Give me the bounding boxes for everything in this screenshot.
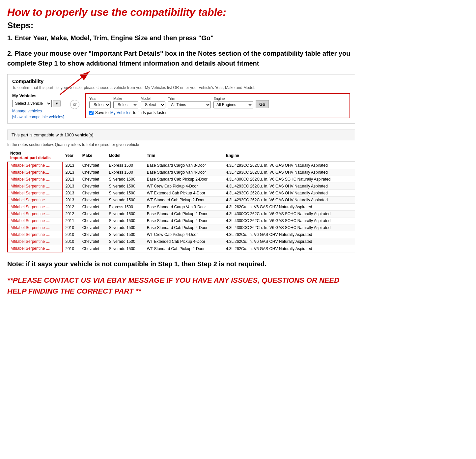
trim-cell: Base Standard Cargo Van 3-Door [144, 162, 223, 169]
year-cell: 2013 [62, 162, 79, 169]
engine-cell: 4.3L 4300CC 262Cu. In. V6 GAS SOHC Natur… [223, 176, 355, 183]
table-row: Mfrlabel:Serpentine ....2010ChevroletSil… [8, 231, 355, 238]
engine-cell: 4.3L 4293CC 262Cu. In. V6 GAS OHV Natura… [223, 190, 355, 197]
engine-select[interactable]: All Engines [213, 101, 253, 108]
table-row: Mfrlabel:Serpentine ....2013ChevroletSil… [8, 197, 355, 204]
my-vehicles-link[interactable]: My Vehicles [110, 110, 131, 115]
model-cell: Silverado 1500 [106, 183, 144, 190]
col-header-notes: Notes Important part details [8, 150, 62, 162]
make-cell: Chevrolet [80, 245, 106, 252]
make-cell: Chevrolet [80, 162, 106, 169]
step1-text: 1. Enter Year, Make, Model, Trim, Engine… [7, 33, 355, 43]
engine-cell: 4.3L 4293CC 262Cu. In. V6 GAS OHV Natura… [223, 197, 355, 204]
year-cell: 2011 [62, 217, 79, 224]
year-field: Year -Select- [89, 97, 111, 108]
engine-cell: 4.3L 4293CC 262Cu. In. V6 GAS OHV Natura… [223, 183, 355, 190]
table-row: Mfrlabel:Serpentine ....2013ChevroletExp… [8, 162, 355, 169]
engine-field: Engine All Engines [213, 97, 253, 108]
select-vehicle-dropdown[interactable]: Select a vehicle [12, 100, 52, 107]
save-vehicles-checkbox[interactable] [89, 111, 94, 115]
compat-note: In the notes section below, Quantity ref… [7, 142, 355, 147]
trim-cell: WT Standard Cab Pickup 2-Door [144, 197, 223, 204]
trim-cell: WT Extended Cab Pickup 4-Door [144, 190, 223, 197]
notes-cell: Mfrlabel:Serpentine .... [8, 245, 62, 252]
engine-label: Engine [213, 97, 253, 100]
model-cell: Silverado 1500 [106, 238, 144, 245]
model-cell: Silverado 1500 [106, 176, 144, 183]
make-cell: Chevrolet [80, 176, 106, 183]
trim-cell: WT Crew Cab Pickup 4-Door [144, 231, 223, 238]
model-cell: Express 1500 [106, 162, 144, 169]
year-cell: 2012 [62, 204, 79, 211]
notes-cell: Mfrlabel:Serpentine .... [8, 231, 62, 238]
trim-cell: Base Standard Cab Pickup 2-Door [144, 211, 223, 217]
col-header-trim: Trim [144, 150, 223, 162]
engine-cell: 4.3L 4300CC 262Cu. In. V6 GAS SOHC Natur… [223, 224, 355, 231]
model-cell: Silverado 1500 [106, 217, 144, 224]
model-cell: Silverado 1500 [106, 211, 144, 217]
trim-cell: WT Extended Cab Pickup 4-Door [144, 238, 223, 245]
step2-text: 2. Place your mouse over "Important Part… [7, 48, 355, 68]
notes-cell: Mfrlabel:Serpentine .... [8, 197, 62, 204]
table-row: Mfrlabel:Serpentine ....2010ChevroletSil… [8, 245, 355, 252]
year-cell: 2010 [62, 231, 79, 238]
year-select[interactable]: -Select- [89, 101, 111, 108]
col-notes-label: Notes [10, 151, 60, 156]
table-row: Mfrlabel:Serpentine ....2010ChevroletSil… [8, 224, 355, 231]
go-button[interactable]: Go [256, 100, 269, 108]
or-separator: or [70, 100, 79, 109]
model-cell: Express 1500 [106, 204, 144, 211]
make-cell: Chevrolet [80, 211, 106, 217]
trim-cell: Base Standard Cab Pickup 2-Door [144, 224, 223, 231]
model-label: Model [141, 97, 165, 100]
model-cell: Silverado 1500 [106, 231, 144, 238]
make-cell: Chevrolet [80, 217, 106, 224]
make-select[interactable]: -Select- [113, 101, 138, 108]
notes-cell: Mfrlabel:Serpentine .... [8, 217, 62, 224]
notes-cell: Mfrlabel:Serpentine .... [8, 211, 62, 217]
year-cell: 2010 [62, 224, 79, 231]
vehicle-select-button[interactable]: ▼ [53, 100, 61, 106]
compatibility-widget: Compatibility To confirm that this part … [7, 74, 355, 124]
contact-text: **PLEASE CONTACT US VIA EBAY MESSAGE IF … [7, 275, 355, 297]
engine-cell: 4.3L 4293CC 262Cu. In. V6 GAS OHV Natura… [223, 169, 355, 176]
engine-cell: 4.3L 4300CC 262Cu. In. V6 GAS SOHC Natur… [223, 211, 355, 217]
make-cell: Chevrolet [80, 169, 106, 176]
model-cell: Silverado 1500 [106, 197, 144, 204]
model-select[interactable]: -Select- [141, 101, 165, 108]
table-row: Mfrlabel:Serpentine ....2013ChevroletSil… [8, 176, 355, 183]
col-header-make: Make [80, 150, 106, 162]
year-label: Year [89, 97, 111, 100]
note-text: Note: if it says your vehicle is not com… [7, 259, 355, 269]
show-all-compatible-link[interactable]: [show all compatible vehicles] [12, 115, 64, 119]
engine-cell: 4.3L 4300CC 262Cu. In. V6 GAS SOHC Natur… [223, 217, 355, 224]
year-cell: 2013 [62, 190, 79, 197]
model-field: Model -Select- [141, 97, 165, 108]
year-cell: 2013 [62, 197, 79, 204]
save-row: Save to My Vehicles to finds parts faste… [89, 110, 346, 115]
notes-cell: Mfrlabel:Serpentine .... [8, 176, 62, 183]
notes-cell: Mfrlabel:Serpentine .... [8, 190, 62, 197]
engine-cell: 4.3L 262Cu. In. V6 GAS OHV Naturally Asp… [223, 231, 355, 238]
trim-cell: Base Standard Cab Pickup 2-Door [144, 217, 223, 224]
year-cell: 2010 [62, 238, 79, 245]
table-row: Mfrlabel:Serpentine ....2013ChevroletSil… [8, 190, 355, 197]
steps-heading: Steps: [7, 20, 355, 31]
manage-vehicles-link[interactable]: Manage vehicles [12, 109, 64, 113]
make-cell: Chevrolet [80, 224, 106, 231]
engine-cell: 4.3L 262Cu. In. V6 GAS OHV Naturally Asp… [223, 204, 355, 211]
trim-cell: WT Standard Cab Pickup 2-Door [144, 245, 223, 252]
notes-cell: Mfrlabel:Serpentine .... [8, 224, 62, 231]
compatibility-table: Notes Important part details Year Make M… [7, 150, 355, 252]
trim-select[interactable]: All Trims [168, 101, 211, 108]
compat-title: Compatibility [12, 78, 350, 84]
make-cell: Chevrolet [80, 231, 106, 238]
engine-cell: 4.3L 4293CC 262Cu. In. V6 GAS OHV Natura… [223, 162, 355, 169]
notes-cell: Mfrlabel:Serpentine .... [8, 183, 62, 190]
make-cell: Chevrolet [80, 197, 106, 204]
table-row: Mfrlabel:Serpentine ....2012ChevroletExp… [8, 204, 355, 211]
engine-cell: 4.3L 262Cu. In. V6 GAS OHV Naturally Asp… [223, 238, 355, 245]
model-cell: Silverado 1500 [106, 245, 144, 252]
compatible-count-bar: This part is compatible with 1000 vehicl… [7, 129, 355, 140]
table-row: Mfrlabel:Serpentine ....2013ChevroletSil… [8, 183, 355, 190]
